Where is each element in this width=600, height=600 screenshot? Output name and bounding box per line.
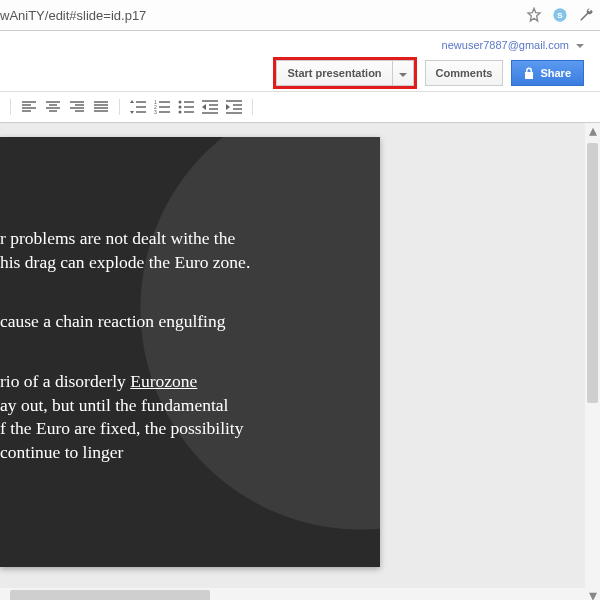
align-right-button[interactable] <box>67 97 87 117</box>
toolbar-divider <box>119 99 120 115</box>
start-presentation-dropdown-button[interactable] <box>392 60 414 86</box>
comments-button[interactable]: Comments <box>425 60 504 86</box>
align-left-button[interactable] <box>19 97 39 117</box>
align-justify-button[interactable] <box>91 97 111 117</box>
horizontal-scrollbar[interactable] <box>0 588 585 600</box>
scroll-up-arrow-icon[interactable]: ▴ <box>585 123 600 138</box>
slide-text-underlined: Eurozone <box>130 371 197 391</box>
bookmark-star-icon[interactable] <box>526 7 542 23</box>
account-email-text: newuser7887@gmail.com <box>442 39 569 51</box>
app-header: newuser7887@gmail.com Start presentation… <box>0 31 600 92</box>
slide-canvas[interactable]: r problems are not dealt withe the his d… <box>0 137 380 567</box>
svg-text:S: S <box>557 11 563 20</box>
account-dropdown-caret-icon <box>576 44 584 48</box>
formatting-toolbar: 123 <box>0 92 600 123</box>
scroll-down-arrow-icon[interactable]: ▾ <box>585 588 600 600</box>
line-spacing-button[interactable] <box>128 97 148 117</box>
bulleted-list-button[interactable] <box>176 97 196 117</box>
svg-text:3: 3 <box>154 109 157 114</box>
align-center-button[interactable] <box>43 97 63 117</box>
slide-text: f the Euro are fixed, the possibility <box>0 418 243 438</box>
toolbar-divider <box>10 99 11 115</box>
slide-text: his drag can explode the Euro zone. <box>0 252 250 272</box>
wrench-icon[interactable] <box>578 7 594 23</box>
lock-icon <box>524 67 534 79</box>
start-presentation-group: Start presentation <box>273 57 416 89</box>
svg-point-29 <box>179 111 182 114</box>
svg-point-27 <box>179 101 182 104</box>
vertical-scroll-thumb[interactable] <box>587 143 598 403</box>
horizontal-scroll-thumb[interactable] <box>10 590 210 600</box>
slide-text: ay out, but until the fundamental <box>0 395 228 415</box>
increase-indent-button[interactable] <box>224 97 244 117</box>
slide-text: r problems are not dealt withe the <box>0 228 235 248</box>
account-email[interactable]: newuser7887@gmail.com <box>442 39 584 51</box>
skype-icon[interactable]: S <box>552 7 568 23</box>
slide-workspace: r problems are not dealt withe the his d… <box>0 123 600 600</box>
share-label: Share <box>540 67 571 79</box>
decrease-indent-button[interactable] <box>200 97 220 117</box>
start-presentation-button[interactable]: Start presentation <box>276 60 391 86</box>
slide-text: cause a chain reaction engulfing <box>0 311 225 331</box>
slide-paragraph: cause a chain reaction engulfing <box>0 310 360 334</box>
slide-paragraph: r problems are not dealt withe the his d… <box>0 227 360 274</box>
slide-paragraph: rio of a disorderly Eurozone ay out, but… <box>0 370 360 465</box>
toolbar-divider <box>252 99 253 115</box>
svg-point-28 <box>179 106 182 109</box>
slide-content: r problems are not dealt withe the his d… <box>0 137 380 567</box>
numbered-list-button[interactable]: 123 <box>152 97 172 117</box>
chevron-down-icon <box>399 73 407 77</box>
vertical-scrollbar[interactable]: ▴ ▾ <box>585 123 600 600</box>
slide-text: continue to linger <box>0 442 123 462</box>
slide-text: rio of a disorderly <box>0 371 130 391</box>
share-button[interactable]: Share <box>511 60 584 86</box>
url-text[interactable]: wAniTY/edit#slide=id.p17 <box>0 8 146 23</box>
browser-address-bar: wAniTY/edit#slide=id.p17 S <box>0 0 600 31</box>
